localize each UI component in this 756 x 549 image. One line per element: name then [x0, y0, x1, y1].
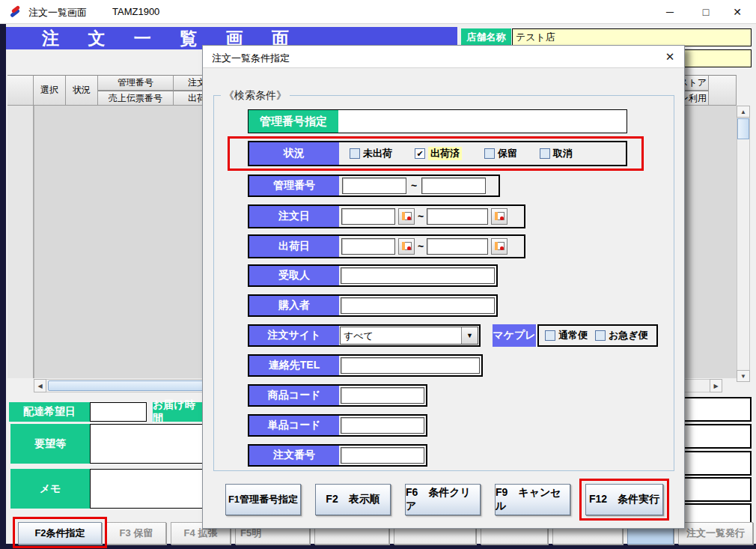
window-bottom-border: [0, 544, 756, 549]
request-field[interactable]: [90, 424, 205, 464]
checkbox-express-delivery[interactable]: お急ぎ便: [595, 329, 648, 342]
memo-label: メモ: [10, 469, 90, 509]
order-date-to-calendar-icon[interactable]: [491, 208, 507, 225]
checkbox-shipped[interactable]: ✔ 出荷済: [415, 147, 462, 160]
ship-date-tilde: ~: [418, 240, 424, 252]
delivery-date-field[interactable]: [90, 402, 147, 422]
window-title-code: TAMZ1900: [112, 6, 159, 17]
f2-display-order-button[interactable]: F2 表示順: [315, 484, 391, 515]
checkbox-unshipped[interactable]: 未出荷: [350, 147, 392, 160]
order-date-from-calendar-icon[interactable]: [398, 208, 415, 225]
dropdown-arrow-icon[interactable]: ▼: [461, 327, 478, 344]
grid-header-slip-no: 売上伝票番号: [98, 91, 174, 106]
ship-date-to-calendar-icon[interactable]: [491, 238, 507, 255]
ship-date-from-input[interactable]: [341, 238, 395, 255]
window-title: 注文一覧画面: [28, 6, 87, 19]
ship-date-to-input[interactable]: [427, 238, 488, 255]
checkbox-cancel[interactable]: 取消: [540, 147, 573, 160]
window-left-border: [0, 24, 6, 549]
marketplace-options: 通常便 お急ぎ便: [537, 324, 658, 347]
order-date-to-input[interactable]: [427, 208, 488, 225]
memo-field[interactable]: [90, 469, 205, 509]
unit-code-row: 単品コード: [248, 414, 427, 437]
grid-vertical-scrollbar[interactable]: [737, 106, 750, 382]
order-site-label: 注文サイト: [249, 326, 339, 345]
f6-clear-button[interactable]: F6 条件クリア: [405, 484, 481, 515]
hold-checkbox-icon[interactable]: [484, 148, 495, 159]
f1-mgmt-spec-button[interactable]: F1管理番号指定: [225, 484, 301, 515]
express-delivery-checkbox-icon[interactable]: [595, 330, 606, 341]
mgmt-spec-row: 管理番号指定: [248, 109, 627, 133]
tel-row: 連絡先TEL: [248, 354, 483, 377]
order-site-selected-value: すべて: [341, 327, 461, 344]
store-name-field[interactable]: テスト店: [512, 28, 752, 46]
item-code-label: 商品コード: [249, 386, 339, 405]
ship-date-row: 出荷日 ~: [248, 234, 525, 258]
checkbox-normal-delivery[interactable]: 通常便: [545, 329, 588, 342]
order-date-label: 注文日: [249, 206, 339, 227]
order-date-row: 注文日 ~: [248, 204, 525, 228]
f9-cancel-button[interactable]: F9 キャンセル: [495, 484, 570, 515]
f3-hold-button: F3 保留: [106, 522, 166, 545]
hold-label: 保留: [498, 147, 517, 160]
order-no-label: 注文番号: [249, 446, 339, 465]
mgmt-no-from-input[interactable]: [342, 178, 406, 194]
mgmt-no-row: 管理番号 ~: [248, 175, 500, 197]
mgmt-no-to-input[interactable]: [421, 178, 486, 194]
scroll-down-button[interactable]: ▼: [737, 370, 750, 382]
grid-corner-cell: [7, 75, 34, 106]
minimize-button[interactable]: ─: [653, 0, 687, 23]
ship-date-from-calendar-icon[interactable]: [398, 238, 415, 255]
cancel-checkbox-icon[interactable]: [540, 148, 550, 159]
app-icon: [9, 6, 22, 19]
order-site-row: 注文サイト すべて ▼: [248, 324, 481, 347]
mgmt-no-label: 管理番号: [249, 176, 339, 195]
buyer-input[interactable]: [341, 297, 495, 314]
normal-delivery-checkbox-icon[interactable]: [545, 330, 555, 341]
mgmt-spec-input[interactable]: [338, 110, 627, 133]
receiver-label: 受取人: [249, 266, 339, 285]
normal-delivery-label: 通常便: [558, 329, 588, 342]
receiver-row: 受取人: [248, 264, 498, 287]
order-no-input[interactable]: [341, 447, 424, 464]
request-label: 要望等: [10, 424, 90, 464]
f12-issue-list-button: 注文一覧発行: [678, 522, 753, 545]
marketplace-label: マケプレ: [493, 324, 536, 347]
ship-date-label: 出荷日: [249, 236, 339, 257]
unit-code-input[interactable]: [341, 417, 424, 434]
item-code-input[interactable]: [341, 387, 424, 404]
scroll-left-button[interactable]: ◀: [34, 379, 46, 392]
order-date-from-input[interactable]: [341, 208, 395, 225]
grid-header-extra: [709, 75, 737, 106]
shipped-checkbox-icon[interactable]: ✔: [415, 148, 425, 159]
receiver-input[interactable]: [341, 267, 495, 284]
order-site-dropdown[interactable]: すべて ▼: [340, 327, 478, 345]
shipped-label: 出荷済: [428, 147, 462, 160]
dialog-titlebar: 注文一覧条件指定 ✕: [203, 46, 684, 68]
delivery-time-label: お届け時間: [153, 402, 204, 422]
vertical-scroll-thumb[interactable]: [737, 118, 749, 139]
grid-header-mgmt-no: 管理番号: [98, 75, 174, 91]
dialog-title: 注文一覧条件指定: [212, 52, 290, 65]
window-titlebar: 注文一覧画面 TAMZ1900 ─ □ ✕: [0, 0, 756, 24]
checkbox-hold[interactable]: 保留: [484, 147, 517, 160]
f2-condition-button[interactable]: F2条件指定: [18, 522, 102, 545]
f12-execute-button[interactable]: F12 条件実行: [585, 484, 663, 515]
scroll-right-button[interactable]: ▶: [710, 379, 722, 392]
unit-code-label: 単品コード: [249, 416, 339, 435]
unshipped-label: 未出荷: [363, 147, 392, 160]
item-code-row: 商品コード: [248, 384, 427, 407]
scroll-up-button[interactable]: ▲: [737, 106, 750, 118]
express-delivery-label: お急ぎ便: [609, 329, 648, 342]
unshipped-checkbox-icon[interactable]: [350, 148, 360, 159]
condition-dialog: 注文一覧条件指定 ✕ 《検索条件》 管理番号指定 状況 未出荷 ✔ 出荷済: [202, 45, 685, 529]
close-button[interactable]: ✕: [720, 0, 755, 23]
store-name-label: 店舗名称: [461, 28, 511, 46]
mgmt-no-tilde: ~: [411, 180, 417, 192]
dialog-close-button[interactable]: ✕: [658, 48, 682, 66]
tel-input[interactable]: [341, 357, 480, 374]
cancel-label: 取消: [553, 147, 573, 160]
order-date-tilde: ~: [418, 210, 424, 222]
maximize-button[interactable]: □: [689, 0, 723, 23]
search-condition-legend: 《検索条件》: [221, 89, 290, 103]
